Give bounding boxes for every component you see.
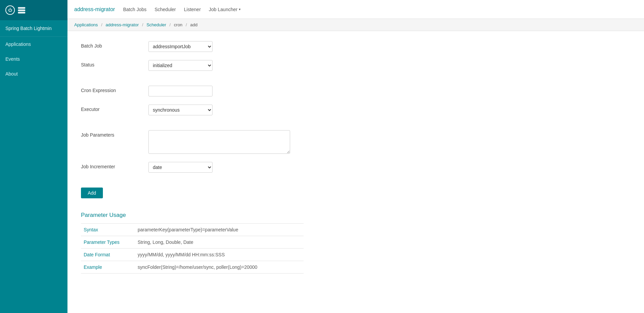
param-value: parameterKey(parameterType)=parameterVal… [135, 224, 304, 236]
executor-label: Executor [81, 105, 148, 112]
breadcrumb-cron: cron [174, 22, 183, 27]
status-label: Status [81, 60, 148, 67]
nav-listener[interactable]: Listener [184, 5, 201, 13]
batch-job-select[interactable]: addressImportJob [148, 41, 213, 52]
breadcrumb: Applications / address-migrator / Schedu… [67, 19, 644, 31]
layers-icon [17, 5, 26, 15]
batch-job-group: Batch Job addressImportJob [81, 41, 631, 52]
param-usage-row: ExamplesyncFolder(String)=/home/user/syn… [81, 261, 304, 274]
param-key: Parameter Types [81, 236, 135, 249]
sidebar-header: ⏻ [0, 0, 67, 20]
sidebar-item-events[interactable]: Events [0, 52, 67, 66]
job-incrementer-select[interactable]: date [148, 162, 213, 173]
sidebar-item-about[interactable]: About [0, 66, 67, 81]
breadcrumb-sep-2: / [142, 22, 143, 27]
sidebar-logo: ⏻ [5, 5, 26, 15]
param-usage-row: Parameter TypesString, Long, Double, Dat… [81, 236, 304, 249]
breadcrumb-sep-3: / [169, 22, 171, 27]
page-content: Batch Job addressImportJob Status initia… [67, 31, 644, 313]
top-nav: address-migrator Batch Jobs Scheduler Li… [67, 0, 644, 19]
nav-scheduler[interactable]: Scheduler [155, 5, 176, 13]
job-parameters-group: Job Parameters [81, 130, 631, 154]
batch-job-label: Batch Job [81, 41, 148, 49]
parameter-usage-title: Parameter Usage [81, 212, 631, 219]
sidebar: ⏻ Spring Batch Lightmin Applications Eve… [0, 0, 67, 313]
cron-expression-input[interactable] [148, 86, 213, 96]
param-usage-row: SyntaxparameterKey(parameterType)=parame… [81, 224, 304, 236]
add-button[interactable]: Add [81, 188, 103, 198]
sidebar-item-applications[interactable]: Applications [0, 37, 67, 52]
status-select[interactable]: initialized [148, 60, 213, 71]
nav-batch-jobs[interactable]: Batch Jobs [123, 5, 146, 13]
executor-group: Executor synchronous [81, 105, 631, 115]
nav-job-launcher[interactable]: Job Launcher ▾ [209, 5, 241, 13]
status-group: Status initialized [81, 60, 631, 71]
breadcrumb-applications[interactable]: Applications [74, 22, 98, 27]
power-icon: ⏻ [5, 5, 15, 15]
param-usage-row: Date Formatyyyy/MM/dd, yyyy/MM/dd HH:mm:… [81, 249, 304, 261]
param-key: Example [81, 261, 135, 274]
param-key: Date Format [81, 249, 135, 261]
param-value: syncFolder(String)=/home/user/sync, poll… [135, 261, 304, 274]
job-launcher-label: Job Launcher [209, 7, 237, 12]
chevron-down-icon: ▾ [239, 7, 241, 11]
parameter-usage-section: Parameter Usage SyntaxparameterKey(param… [81, 212, 631, 274]
app-name-link[interactable]: address-migrator [74, 5, 115, 14]
sidebar-title: Spring Batch Lightmin [0, 20, 67, 37]
breadcrumb-address-migrator[interactable]: address-migrator [106, 22, 139, 27]
param-value: String, Long, Double, Date [135, 236, 304, 249]
executor-select[interactable]: synchronous [148, 105, 213, 115]
breadcrumb-add: add [190, 22, 198, 27]
job-incrementer-group: Job Incrementer date [81, 162, 631, 173]
parameter-usage-table: SyntaxparameterKey(parameterType)=parame… [81, 223, 304, 274]
job-parameters-label: Job Parameters [81, 130, 148, 138]
job-incrementer-label: Job Incrementer [81, 162, 148, 169]
cron-expression-group: Cron Expression [81, 86, 631, 96]
breadcrumb-sep-1: / [101, 22, 103, 27]
main-content: address-migrator Batch Jobs Scheduler Li… [67, 0, 644, 313]
job-parameters-textarea[interactable] [148, 130, 290, 154]
cron-expression-label: Cron Expression [81, 86, 148, 93]
breadcrumb-scheduler[interactable]: Scheduler [146, 22, 166, 27]
param-value: yyyy/MM/dd, yyyy/MM/dd HH:mm:ss:SSS [135, 249, 304, 261]
param-key: Syntax [81, 224, 135, 236]
breadcrumb-sep-4: / [186, 22, 187, 27]
